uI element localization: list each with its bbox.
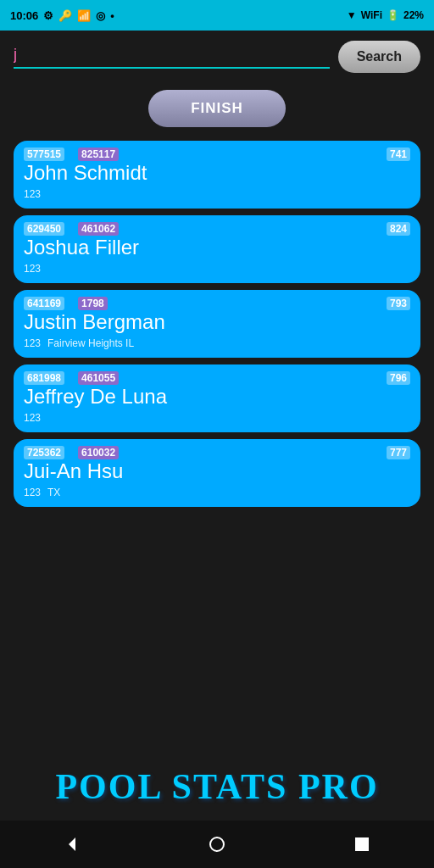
player-card[interactable]: 681998461055796Jeffrey De Luna123 [14,364,420,432]
nav-bar [0,821,434,868]
player-num1: 577515 [24,147,64,161]
battery-percent: 22% [403,9,424,21]
search-input-wrapper [14,46,330,69]
svg-marker-0 [69,837,75,851]
dot-icon: • [110,9,114,22]
player-num2: 1798 [78,297,108,310]
finish-area: FINISH [0,83,434,137]
player-num1: 725362 [24,446,64,459]
battery-icon: 🔋 [387,9,399,21]
player-name: Jui-An Hsu [24,459,410,483]
player-num3: 796 [387,371,410,385]
player-num2: 461055 [78,371,119,385]
player-num3: 793 [387,297,410,310]
search-area: Search [0,31,434,83]
finish-button[interactable]: FINISH [148,90,286,127]
player-num2: 825117 [78,147,119,161]
player-footer: 123Fairview Heights IL [24,337,410,349]
player-footer-num: 123 [24,487,41,498]
status-bar: 10:06 ⚙ 🔑 📶 ◎ • ▼ WiFi 🔋 22% [0,0,434,31]
player-footer-num: 123 [24,263,41,275]
player-card[interactable]: 629450461062824Joshua Filler123 [14,215,420,283]
player-footer-num: 123 [24,412,41,424]
player-num1: 641169 [24,297,64,310]
player-card[interactable]: 577515825117741John Schmidt123 [14,141,420,209]
player-footer: 123TX [24,487,410,498]
brand-footer: Pool Stats Pro [0,746,434,821]
player-numbers-row: 681998461055796 [24,371,410,385]
player-num3: 824 [387,222,410,236]
status-left: 10:06 ⚙ 🔑 📶 ◎ • [10,9,114,22]
search-input[interactable] [14,46,330,64]
svg-point-1 [210,837,224,851]
home-button[interactable] [207,834,227,854]
player-numbers-row: 629450461062824 [24,222,410,236]
keys-icon: 🔑 [58,9,72,22]
player-name: John Schmidt [24,161,410,185]
svg-rect-2 [355,837,369,851]
player-card[interactable]: 6411691798793Justin Bergman123Fairview H… [14,290,420,358]
search-button[interactable]: Search [338,41,420,73]
sim-icon: 📶 [77,9,91,22]
player-footer: 123 [24,188,410,200]
player-numbers-row: 577515825117741 [24,147,410,161]
signal-icon: ▼ [347,9,357,21]
player-footer: 123 [24,263,410,275]
wifi-icon: ⚙ [43,9,53,22]
player-name: Justin Bergman [24,310,410,334]
player-num3: 777 [387,446,410,459]
player-num3: 741 [387,147,410,161]
player-numbers-row: 6411691798793 [24,297,410,310]
player-num2: 610032 [78,446,119,459]
player-location: TX [47,487,60,498]
player-footer-num: 123 [24,337,41,349]
back-button[interactable] [62,834,82,854]
player-location: Fairview Heights IL [47,337,134,349]
player-name: Joshua Filler [24,236,410,259]
player-footer: 123 [24,412,410,424]
player-name: Jeffrey De Luna [24,385,410,409]
wifi-status-icon: WiFi [361,9,382,21]
status-right: ▼ WiFi 🔋 22% [347,9,424,21]
player-num2: 461062 [78,222,119,236]
recents-button[interactable] [352,834,372,854]
player-footer-num: 123 [24,188,41,200]
player-num1: 629450 [24,222,64,236]
player-card[interactable]: 725362610032777Jui-An Hsu123TX [14,439,420,507]
player-list: 577515825117741John Schmidt1236294504610… [0,137,434,746]
status-time: 10:06 [10,9,38,22]
player-numbers-row: 725362610032777 [24,446,410,459]
brand-text: Pool Stats Pro [0,766,434,807]
player-num1: 681998 [24,371,64,385]
circle-icon: ◎ [96,9,105,22]
